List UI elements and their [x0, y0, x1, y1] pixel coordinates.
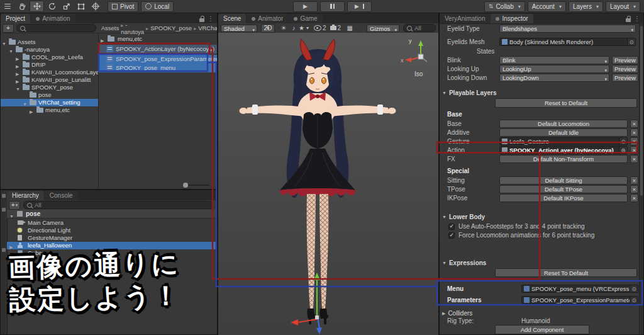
dock-icon[interactable] — [2, 248, 6, 252]
expressions-parameters-field[interactable]: SPOOKY_pose_ExpressionParameters — [521, 296, 638, 304]
looking-down-preview-button[interactable]: Preview — [612, 74, 638, 82]
breadcrumb-item[interactable]: Assets — [101, 25, 119, 31]
ikpose-layer-button[interactable]: Default IKPose — [499, 194, 628, 202]
tree-item-kawaii-pose[interactable]: KAWAII_pose_Lunalitt — [1, 76, 98, 84]
tab-very-animation[interactable]: VeryAnimation — [440, 14, 490, 23]
scene-audio-icon[interactable]: ♪ — [289, 24, 299, 32]
eyelid-type-dropdown[interactable]: Blendshapes — [499, 25, 636, 33]
project-search-input[interactable] — [16, 24, 96, 32]
blink-preview-button[interactable]: Preview — [612, 56, 638, 64]
orientation-gizmo[interactable]: y x — [401, 38, 427, 64]
tab-inspector[interactable]: Inspector — [491, 14, 533, 23]
reset-to-default-button[interactable]: Reset to Default — [495, 98, 637, 108]
hand-tool-button[interactable] — [15, 1, 28, 11]
scale-tool-button[interactable] — [60, 1, 73, 11]
scene-header-row[interactable]: pose — [7, 210, 217, 219]
lock-icon[interactable] — [626, 18, 631, 22]
tab-animation[interactable]: Animation — [31, 14, 75, 23]
additive-layer-remove-button[interactable] — [630, 128, 638, 137]
panel-menu-icon[interactable] — [634, 16, 640, 22]
tree-item-kawaii-locomotion[interactable]: KAWAII_LocomotionLayer — [1, 69, 98, 76]
looking-up-preview-button[interactable]: Preview — [612, 65, 638, 73]
looking-up-dropdown[interactable]: LookingUp — [499, 65, 609, 73]
file-item-pose-menu[interactable]: SPOOKY_pose_menu — [99, 64, 217, 72]
scene-lighting-icon[interactable]: ☀ — [279, 24, 289, 32]
create-object-button[interactable] — [9, 201, 20, 210]
expressions-reset-button[interactable]: Reset To Default — [495, 268, 637, 277]
scene-visibility-icon[interactable]: 2 — [314, 24, 326, 32]
sitting-layer-button[interactable]: Default Sitting — [499, 176, 628, 185]
scene-camera-icon[interactable]: 2 — [330, 24, 341, 32]
play-button[interactable]: ▶ — [293, 1, 318, 12]
tab-project[interactable]: Project — [1, 14, 30, 23]
action-layer-remove-button[interactable] — [630, 146, 638, 154]
rect-tool-button[interactable] — [74, 1, 87, 11]
gesture-layer-remove-button[interactable] — [630, 137, 638, 145]
action-layer-field[interactable]: SPOOKY_ActionLayer (byNecocoya) — [499, 146, 628, 154]
tpose-layer-button[interactable]: Default TPose — [499, 185, 628, 193]
fx-layer-button[interactable]: Default Non-Transform — [499, 155, 628, 163]
file-item-expression-parameters[interactable]: SPOOKY_pose_ExpressionParameters — [99, 55, 217, 64]
scene-effects-icon[interactable]: ★ — [299, 24, 309, 32]
ikpose-layer-remove-button[interactable] — [630, 194, 638, 202]
account-button[interactable]: Account — [528, 1, 566, 12]
layout-button[interactable]: Layout — [606, 1, 640, 12]
editor-menu-icon[interactable] — [1, 1, 14, 11]
breadcrumb-item[interactable]: SPOOKY_pose — [146, 25, 192, 31]
tree-item-spooky-pose[interactable]: SPOOKY_pose — [1, 84, 98, 91]
gizmos-dropdown[interactable]: Gizmos — [367, 25, 399, 32]
scene-search-input[interactable]: All — [403, 24, 436, 32]
tree-item-menu-etc[interactable]: menu,etc — [1, 106, 98, 114]
scene-viewport[interactable]: y x Iso — [218, 33, 438, 335]
auto-footsteps-checkbox[interactable] — [448, 224, 455, 230]
tab-game[interactable]: Game — [289, 14, 322, 23]
scrollbar-thumb[interactable] — [640, 26, 643, 196]
base-layer-button[interactable]: Default Locomotion — [499, 120, 628, 128]
step-button[interactable]: ▶ — [347, 1, 372, 12]
add-component-button[interactable]: Add Component — [495, 325, 589, 334]
hierarchy-item-gesture-manager[interactable]: GestureManager — [7, 234, 217, 242]
fx-layer-remove-button[interactable] — [630, 155, 638, 163]
colliders-foldout[interactable]: Colliders — [442, 310, 472, 317]
file-item-action-layer[interactable]: SPOOKY_ActionLayer (byNecocoya) — [99, 45, 217, 54]
gesture-layer-field[interactable]: Leefa_Gesture — [499, 137, 628, 145]
looking-down-dropdown[interactable]: LookingDown — [499, 74, 609, 82]
tree-item-narutoya[interactable]: -narutoya — [1, 46, 98, 54]
layers-button[interactable]: Layers — [569, 1, 603, 12]
additive-layer-button[interactable]: Default Idle — [499, 128, 628, 137]
local-toggle-button[interactable]: Local — [141, 1, 174, 12]
hierarchy-item-directional-light[interactable]: Directional Light — [7, 227, 217, 234]
tab-animator[interactable]: Animator — [247, 14, 288, 23]
tree-item-cool-pose[interactable]: COOL_pose_Leefa — [1, 54, 98, 61]
file-item-menu-etc[interactable]: menu,etc — [99, 35, 217, 43]
collab-button[interactable]: ⇅ Collab — [484, 1, 525, 12]
tab-scene[interactable]: Scene — [218, 14, 246, 23]
object-picker-icon[interactable] — [627, 38, 635, 45]
base-layer-remove-button[interactable] — [630, 120, 638, 128]
tree-item-drip[interactable]: DRIP — [1, 61, 98, 69]
create-asset-button[interactable] — [3, 24, 14, 33]
avatar-3d-model[interactable]: y x — [218, 33, 438, 335]
pause-button[interactable] — [320, 1, 345, 12]
tree-item-assets[interactable]: Assets — [1, 38, 98, 46]
object-picker-icon[interactable] — [619, 147, 627, 154]
toggle-2d-button[interactable]: 2D — [261, 24, 275, 33]
playable-layers-foldout[interactable]: Playable Layers — [442, 89, 497, 96]
dock-icon[interactable] — [2, 194, 6, 198]
object-picker-icon[interactable] — [630, 285, 638, 292]
scene-grid-icon[interactable]: ▦ — [345, 24, 355, 32]
blink-dropdown[interactable]: Blink — [499, 56, 609, 64]
shading-mode-dropdown[interactable]: Shaded — [221, 25, 257, 32]
dock-icon[interactable] — [2, 208, 6, 212]
object-picker-icon[interactable] — [630, 297, 638, 304]
thumbnail-size-slider[interactable] — [184, 185, 209, 186]
tab-console[interactable]: Console — [45, 191, 78, 200]
move-gizmo[interactable] — [291, 273, 322, 334]
expressions-menu-field[interactable]: SPOOKY_pose_menu (VRCExpression — [521, 285, 638, 293]
hierarchy-search-input[interactable]: All — [23, 201, 213, 209]
lower-body-foldout[interactable]: Lower Body — [442, 213, 485, 220]
inspector-scrollbar[interactable] — [639, 23, 643, 334]
force-locomotion-checkbox[interactable] — [448, 232, 455, 239]
hierarchy-item-main-camera[interactable]: Main Camera — [7, 219, 217, 227]
breadcrumb-item[interactable]: VRChat... — [194, 25, 217, 31]
